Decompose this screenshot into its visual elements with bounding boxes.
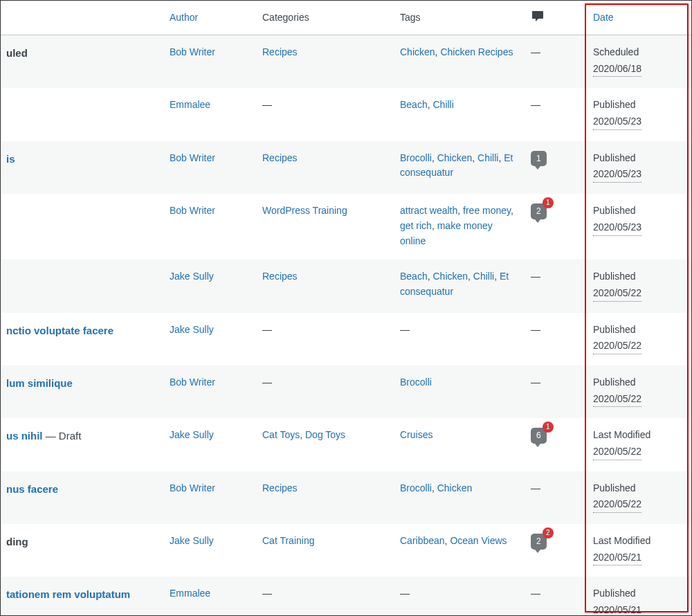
tag-link[interactable]: Cruises — [400, 429, 432, 440]
tags-cell: attract wealth, free money, get rich, ma… — [393, 194, 524, 260]
table-row: Jake SullyRecipesBeach, Chicken, Chilli,… — [1, 260, 692, 312]
empty-dash: — — [400, 588, 410, 599]
post-date: 2020/06/18 — [593, 62, 641, 78]
post-status: Published — [593, 98, 685, 113]
post-title-link[interactable]: nus facere — [6, 483, 58, 495]
post-title-link[interactable]: is — [6, 153, 15, 165]
category-link[interactable]: Recipes — [262, 46, 298, 57]
empty-dash: — — [400, 324, 410, 335]
post-status: Published — [593, 203, 685, 219]
table-row: us nihil — DraftJake SullyCat Toys, Dog … — [1, 418, 692, 471]
comments-cell: 1 — [524, 141, 586, 194]
post-title-link[interactable]: nctio voluptate facere — [6, 325, 113, 336]
category-link[interactable]: WordPress Training — [262, 205, 347, 216]
col-header-date[interactable]: Date — [586, 1, 692, 35]
author-link[interactable]: Jake Sully — [170, 535, 214, 546]
author-cell: Jake Sully — [163, 418, 255, 471]
tag-link[interactable]: Chicken — [400, 46, 435, 57]
post-date: 2020/05/22 — [593, 392, 641, 408]
tag-link[interactable]: get rich — [400, 220, 432, 231]
categories-cell: Recipes — [255, 471, 393, 524]
post-status: Published — [593, 323, 685, 338]
category-link[interactable]: Dog Toys — [305, 429, 345, 440]
post-title-link[interactable]: tationem rem voluptatum — [6, 588, 130, 600]
author-cell: Bob Writer — [163, 194, 255, 260]
table-row: nus facereBob WriterRecipesBrocolli, Chi… — [1, 471, 692, 524]
author-link[interactable]: Jake Sully — [170, 271, 214, 282]
date-cell: Published2020/05/23 — [586, 194, 692, 260]
post-date: 2020/05/22 — [593, 497, 641, 513]
author-link[interactable]: Bob Writer — [170, 205, 215, 216]
tag-link[interactable]: Chilli — [473, 271, 494, 282]
comment-bubble[interactable]: 61 — [531, 428, 547, 444]
author-cell: Jake Sully — [163, 260, 255, 312]
post-title-link[interactable]: lum similique — [6, 377, 73, 389]
post-status: Published — [593, 269, 685, 284]
empty-dash: — — [262, 99, 272, 110]
table-row: Bob WriterWordPress Trainingattract weal… — [1, 194, 692, 260]
tag-link[interactable]: free money — [463, 205, 511, 216]
categories-cell: — — [255, 365, 393, 418]
tag-link[interactable]: Chicken Recipes — [440, 46, 513, 57]
post-title-cell — [1, 260, 163, 312]
comments-cell: 21 — [524, 194, 586, 260]
tag-link[interactable]: Chicken — [432, 271, 468, 282]
category-link[interactable]: Recipes — [262, 482, 298, 493]
author-cell: Emmalee — [163, 577, 255, 616]
categories-cell: Cat Toys, Dog Toys — [255, 418, 393, 471]
tag-link[interactable]: Chicken — [437, 152, 473, 163]
date-cell: Published2020/05/22 — [586, 471, 692, 524]
tag-link[interactable]: Brocolli — [400, 377, 432, 388]
tag-link[interactable]: attract wealth — [400, 205, 457, 216]
comments-cell: — — [524, 35, 586, 89]
table-row: lum similiqueBob Writer—Brocolli—Publish… — [1, 365, 692, 418]
tag-link[interactable]: Chilli — [432, 99, 453, 110]
author-link[interactable]: Emmalee — [170, 588, 210, 599]
comment-bubble[interactable]: 22 — [531, 534, 547, 550]
author-link[interactable]: Bob Writer — [170, 482, 215, 493]
post-status: Published — [593, 375, 685, 390]
date-cell: Published2020/05/22 — [586, 260, 692, 312]
empty-dash: — — [262, 588, 272, 599]
categories-cell: WordPress Training — [255, 194, 393, 260]
comments-cell: — — [524, 88, 586, 141]
post-title-cell: nctio voluptate facere — [1, 313, 163, 365]
categories-cell: — — [255, 313, 393, 365]
post-status: Scheduled — [593, 45, 685, 60]
date-cell: Last Modified2020/05/22 — [586, 418, 692, 471]
author-cell: Bob Writer — [163, 141, 255, 194]
category-link[interactable]: Cat Training — [262, 535, 314, 546]
author-link[interactable]: Jake Sully — [170, 324, 214, 335]
col-header-author[interactable]: Author — [163, 1, 255, 35]
category-link[interactable]: Recipes — [262, 271, 298, 282]
post-status: Last Modified — [593, 428, 685, 443]
tag-link[interactable]: Beach — [400, 99, 428, 110]
author-link[interactable]: Bob Writer — [170, 377, 215, 388]
tag-link[interactable]: Beach — [400, 271, 428, 282]
empty-dash: — — [531, 482, 540, 493]
author-cell: Bob Writer — [163, 35, 255, 89]
tag-link[interactable]: Brocolli — [400, 482, 432, 493]
comment-bubble[interactable]: 21 — [531, 203, 547, 219]
post-title-cell: tationem rem voluptatum — [1, 577, 163, 616]
empty-dash: — — [262, 324, 272, 335]
author-link[interactable]: Jake Sully — [170, 429, 214, 440]
category-link[interactable]: Cat Toys — [262, 429, 300, 440]
tag-link[interactable]: Chicken — [437, 482, 473, 493]
author-link[interactable]: Bob Writer — [170, 46, 215, 57]
col-header-title[interactable] — [1, 1, 163, 35]
tag-link[interactable]: Ocean Views — [450, 535, 507, 546]
comment-bubble[interactable]: 1 — [531, 151, 547, 167]
post-status: Published — [593, 151, 685, 166]
author-link[interactable]: Emmalee — [170, 99, 210, 110]
post-status: Last Modified — [593, 534, 685, 549]
category-link[interactable]: Recipes — [262, 152, 298, 163]
tag-link[interactable]: Caribbean — [400, 535, 445, 546]
author-link[interactable]: Bob Writer — [170, 152, 215, 163]
post-title-cell: is — [1, 141, 163, 194]
post-title-link[interactable]: us nihil — [6, 430, 43, 442]
col-header-comments[interactable] — [524, 1, 586, 35]
table-row: isBob WriterRecipesBrocolli, Chicken, Ch… — [1, 141, 692, 194]
tag-link[interactable]: Chilli — [477, 152, 498, 163]
tag-link[interactable]: Brocolli — [400, 152, 432, 163]
